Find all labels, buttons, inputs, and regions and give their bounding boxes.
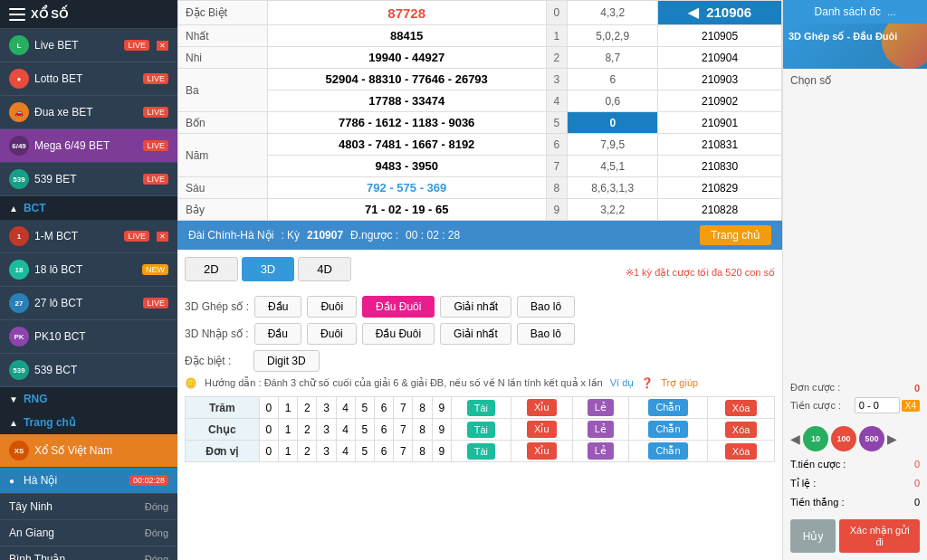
ghep-duoi-btn[interactable]: Đuôi <box>307 296 357 318</box>
xacnhan-button[interactable]: Xác nhận gửi đi <box>839 519 920 553</box>
chip-prev-arrow[interactable]: ◀ <box>790 432 800 446</box>
num-cell-0-9[interactable]: 9 <box>432 397 451 419</box>
vi-du-link[interactable]: Ví dụ <box>610 377 635 389</box>
action-btn-lẻ-1[interactable]: Lẻ <box>588 421 614 438</box>
chip-next-arrow[interactable]: ▶ <box>887 432 897 446</box>
num-cell-2-8[interactable]: 8 <box>413 441 432 462</box>
sidebar-item-hanoi[interactable]: ● Hà Nội 00:02:28 <box>0 468 177 494</box>
nhap-dau-duoi-btn[interactable]: Đầu Đuôi <box>362 323 435 345</box>
sidebar-item-pk10-bct[interactable]: PK PK10 BCT <box>0 320 177 354</box>
num-cell-1-5[interactable]: 5 <box>355 419 374 441</box>
section-trang-chu[interactable]: ▲ Trang chủ <box>0 411 177 434</box>
pk10-icon: PK <box>9 327 29 346</box>
action-btn-tài-1[interactable]: Tài <box>467 422 495 438</box>
sidebar-item-lotto-bet[interactable]: ● Lotto BET LIVE <box>0 62 177 96</box>
hamburger-menu[interactable] <box>9 8 25 21</box>
digit3d-btn[interactable]: Digit 3D <box>253 350 320 372</box>
tab-4d[interactable]: 4D <box>298 257 351 281</box>
action-btn-xóa-0[interactable]: Xóa <box>725 400 758 416</box>
tab-2d[interactable]: 2D <box>185 257 238 281</box>
sidebar-item-angiang[interactable]: An Giang Đóng <box>0 520 177 546</box>
action-btn-lẻ-2[interactable]: Lẻ <box>588 442 614 460</box>
num-cell-0-3[interactable]: 3 <box>317 397 336 419</box>
action-btn-chẵn-0[interactable]: Chẵn <box>648 399 687 416</box>
num-cell-1-7[interactable]: 7 <box>394 419 413 441</box>
nhap-bao-lo-btn[interactable]: Bao lô <box>517 323 575 345</box>
num-cell-0-5[interactable]: 5 <box>355 397 374 419</box>
nhap-duoi-btn[interactable]: Đuôi <box>307 323 357 345</box>
action-btn-xỉu-2[interactable]: Xỉu <box>527 442 556 460</box>
num-cell-2-0[interactable]: 0 <box>259 441 278 462</box>
num-cell-0-6[interactable]: 6 <box>375 397 394 419</box>
num-cell-0-7[interactable]: 7 <box>394 397 413 419</box>
ghep-dau-duoi-btn[interactable]: Đầu Đuôi <box>362 296 435 318</box>
sidebar-item-tayninh[interactable]: Tây Ninh Đóng <box>0 494 177 520</box>
sidebar-item-27lo-bct[interactable]: 27 27 lô BCT LIVE <box>0 287 177 320</box>
sidebar-item-539[interactable]: 539 539 BET LIVE <box>0 163 177 196</box>
trang-chu-button[interactable]: Trang chủ <box>700 225 771 245</box>
num-cell-0-4[interactable]: 4 <box>336 397 355 419</box>
sidebar-item-binhthuan[interactable]: Bình Thuận Đóng <box>0 546 177 560</box>
num-cell-1-9[interactable]: 9 <box>432 419 451 441</box>
action-btn-lẻ-0[interactable]: Lẻ <box>588 399 614 416</box>
num-cell-0-2[interactable]: 2 <box>298 397 317 419</box>
ghep-giai-nhat-btn[interactable]: Giải nhất <box>440 296 511 318</box>
sidebar-item-dua-xe[interactable]: 🚗 Đua xe BET LIVE <box>0 96 177 129</box>
sidebar-item-xoso-vn[interactable]: XS Xổ Số Việt Nam <box>0 434 177 468</box>
grid-row-label-0: Trăm <box>186 397 260 419</box>
results-table: Đặc Biệt 87728 0 4,3,2 ◀ 210906 Nhất 884… <box>177 0 782 221</box>
chip-500[interactable]: 500 <box>859 426 884 451</box>
num-cell-2-1[interactable]: 1 <box>278 441 297 462</box>
hanoi-dot: ● <box>9 476 14 486</box>
action-btn-tài-2[interactable]: Tài <box>467 443 495 460</box>
section-bct[interactable]: ▲ BCT <box>0 196 177 220</box>
sidebar-item-mega[interactable]: 6/49 Mega 6/49 BET LIVE <box>0 129 177 163</box>
nhap-dau-btn[interactable]: Đầu <box>254 323 301 345</box>
num-cell-2-4[interactable]: 4 <box>336 441 355 462</box>
num-cell-2-2[interactable]: 2 <box>298 441 317 462</box>
live-bet-badge: LIVE <box>124 40 149 51</box>
tro-giup-link[interactable]: Trợ giúp <box>661 377 698 389</box>
num-cell-1-1[interactable]: 1 <box>278 419 297 441</box>
sidebar-item-18lo-bct[interactable]: 18 18 lô BCT NEW <box>0 253 177 287</box>
nhap-giai-nhat-btn[interactable]: Giải nhất <box>440 323 511 345</box>
num-cell-2-5[interactable]: 5 <box>355 441 374 462</box>
tayninh-label: Tây Ninh <box>9 500 139 513</box>
num-cell-2-6[interactable]: 6 <box>375 441 394 462</box>
huy-button[interactable]: Hủy <box>790 519 836 553</box>
action-btn-chẵn-2[interactable]: Chẵn <box>648 442 687 460</box>
action-btn-tài-0[interactable]: Tài <box>467 400 495 416</box>
ghep-bao-lo-btn[interactable]: Bao lô <box>517 296 575 318</box>
tien-cuoc-input[interactable] <box>855 397 900 413</box>
ghep-dau-btn[interactable]: Đầu <box>254 296 301 318</box>
coin-icon: 🪙 <box>185 377 197 389</box>
num-cell-1-2[interactable]: 2 <box>298 419 317 441</box>
main-content: Đặc Biệt 87728 0 4,3,2 ◀ 210906 Nhất 884… <box>177 0 782 560</box>
prev-arrow[interactable]: ◀ <box>688 5 699 20</box>
ky-label: : Kỳ <box>281 229 300 242</box>
action-btn-xỉu-1[interactable]: Xỉu <box>527 421 556 438</box>
num-cell-0-1[interactable]: 1 <box>278 397 297 419</box>
num-cell-2-7[interactable]: 7 <box>394 441 413 462</box>
sidebar-item-1m-bct[interactable]: 1 1-M BCT LIVE ✕ <box>0 220 177 253</box>
sidebar-item-live-bet[interactable]: L Live BET LIVE ✕ <box>0 29 177 62</box>
chip-10[interactable]: 10 <box>803 426 828 451</box>
sidebar-item-539-bct[interactable]: 539 539 BCT <box>0 354 177 387</box>
chip-100[interactable]: 100 <box>831 426 856 451</box>
num-cell-0-8[interactable]: 8 <box>413 397 432 419</box>
action-btn-xỉu-0[interactable]: Xỉu <box>527 399 556 416</box>
num-cell-1-3[interactable]: 3 <box>317 419 336 441</box>
tab-3d[interactable]: 3D <box>242 257 295 281</box>
num-cell-1-4[interactable]: 4 <box>336 419 355 441</box>
num-cell-2-3[interactable]: 3 <box>317 441 336 462</box>
action-btn-xóa-1[interactable]: Xóa <box>725 422 758 438</box>
dac-biet-row-label: Đặc biệt : <box>185 355 248 367</box>
action-btn-xóa-2[interactable]: Xóa <box>725 443 758 460</box>
num-cell-0-0[interactable]: 0 <box>259 397 278 419</box>
section-rng[interactable]: ▼ RNG <box>0 387 177 411</box>
action-btn-chẵn-1[interactable]: Chẵn <box>648 421 687 438</box>
num-cell-1-8[interactable]: 8 <box>413 419 432 441</box>
num-cell-1-0[interactable]: 0 <box>259 419 278 441</box>
num-cell-1-6[interactable]: 6 <box>375 419 394 441</box>
num-cell-2-9[interactable]: 9 <box>432 441 451 462</box>
